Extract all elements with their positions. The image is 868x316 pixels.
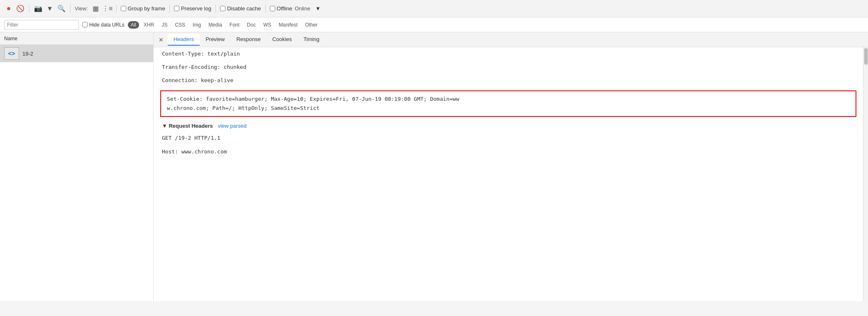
request-headers-label: ▼ Request Headers bbox=[162, 123, 213, 129]
separator-1 bbox=[29, 5, 29, 13]
set-cookie-box: Set-Cookie: favorite=hamburger; Max-Age=… bbox=[160, 90, 856, 117]
transfer-encoding-line: Transfer-Encoding: chunked bbox=[154, 61, 863, 74]
offline-label: Offline bbox=[277, 5, 292, 12]
main-layout: Name <> 19-2 ✕ Headers Preview Response … bbox=[0, 32, 868, 301]
preserve-log-toggle[interactable]: Preserve log bbox=[174, 5, 211, 12]
separator-6 bbox=[265, 5, 266, 13]
tab-doc[interactable]: Doc bbox=[244, 21, 259, 29]
hide-data-urls-checkbox[interactable] bbox=[82, 22, 88, 27]
tab-js[interactable]: JS bbox=[159, 21, 170, 29]
tab-manifest[interactable]: Manifest bbox=[276, 21, 301, 29]
host-line: Host: www.chrono.com bbox=[154, 145, 863, 158]
tab-all[interactable]: All bbox=[128, 21, 139, 29]
group-by-frame-toggle[interactable]: Group by frame bbox=[121, 5, 165, 12]
network-dropdown[interactable]: ▼ bbox=[315, 5, 320, 12]
request-method-line: GET /19-2 HTTP/1.1 bbox=[154, 131, 863, 145]
hide-data-urls-label: Hide data URLs bbox=[89, 22, 125, 28]
group-by-frame-checkbox[interactable] bbox=[121, 6, 126, 11]
offline-toggle[interactable]: Offline bbox=[270, 5, 292, 12]
view-parsed-link[interactable]: view parsed bbox=[218, 123, 247, 129]
filter-bar: Hide data URLs All XHR JS CSS Img Media … bbox=[0, 17, 868, 32]
close-tab-button[interactable]: ✕ bbox=[156, 35, 166, 45]
tab-response[interactable]: Response bbox=[230, 34, 267, 46]
disable-cache-checkbox[interactable] bbox=[220, 6, 225, 11]
clear-icon[interactable]: 🚫 bbox=[16, 4, 25, 13]
tab-ws[interactable]: WS bbox=[260, 21, 274, 29]
headers-content: Content-Type: text/plain Transfer-Encodi… bbox=[154, 47, 863, 301]
left-panel: Name <> 19-2 bbox=[0, 32, 154, 301]
tree-view-icon[interactable]: ⋮≡ bbox=[103, 4, 112, 13]
separator-5 bbox=[215, 5, 216, 13]
connection-line: Connection: keep-alive bbox=[154, 74, 863, 87]
set-cookie-line-1: Set-Cookie: favorite=hamburger; Max-Age=… bbox=[167, 95, 850, 104]
tab-preview[interactable]: Preview bbox=[200, 34, 230, 46]
view-label: View: bbox=[75, 5, 88, 12]
separator-3 bbox=[116, 5, 117, 13]
request-headers-section: ▼ Request Headers view parsed bbox=[154, 120, 863, 131]
preserve-log-label: Preserve log bbox=[181, 5, 211, 12]
toolbar: ● 🚫 📷 ▼ 🔍 View: ▦ ⋮≡ Group by frame Pres… bbox=[0, 0, 868, 17]
item-thumbnail: <> bbox=[4, 47, 19, 60]
camera-icon[interactable]: 📷 bbox=[34, 4, 43, 13]
separator-4 bbox=[169, 5, 170, 13]
scrollbar-thumb[interactable] bbox=[864, 48, 868, 65]
offline-checkbox[interactable] bbox=[270, 6, 275, 11]
search-icon[interactable]: 🔍 bbox=[57, 4, 66, 13]
tab-media[interactable]: Media bbox=[205, 21, 225, 29]
preserve-log-checkbox[interactable] bbox=[174, 6, 179, 11]
separator-2 bbox=[70, 5, 71, 13]
disable-cache-toggle[interactable]: Disable cache bbox=[220, 5, 261, 12]
set-cookie-line-2: w.chrono.com; Path=/; HttpOnly; SameSite… bbox=[167, 104, 850, 113]
resource-type-tabs: All XHR JS CSS Img Media Font Doc WS Man… bbox=[128, 21, 320, 29]
group-by-frame-label: Group by frame bbox=[128, 5, 165, 12]
tab-xhr[interactable]: XHR bbox=[141, 21, 157, 29]
name-column-header: Name bbox=[0, 32, 153, 45]
tab-css[interactable]: CSS bbox=[172, 21, 188, 29]
filter-input[interactable] bbox=[4, 20, 79, 30]
item-name: 19-2 bbox=[22, 51, 33, 57]
tab-other[interactable]: Other bbox=[302, 21, 320, 29]
right-panel: ✕ Headers Preview Response Cookies Timin… bbox=[154, 32, 868, 301]
grid-view-icon[interactable]: ▦ bbox=[91, 4, 100, 13]
hide-data-urls-toggle[interactable]: Hide data URLs bbox=[82, 22, 125, 28]
tab-font[interactable]: Font bbox=[227, 21, 242, 29]
tab-headers[interactable]: Headers bbox=[168, 34, 200, 46]
record-icon[interactable]: ● bbox=[4, 4, 13, 13]
tab-timing[interactable]: Timing bbox=[298, 34, 325, 46]
detail-tabs-row: ✕ Headers Preview Response Cookies Timin… bbox=[154, 32, 868, 47]
online-label: Online bbox=[295, 5, 311, 12]
content-type-line: Content-Type: text/plain bbox=[154, 47, 863, 61]
html-icon: <> bbox=[8, 50, 15, 57]
tab-cookies[interactable]: Cookies bbox=[267, 34, 298, 46]
tab-img[interactable]: Img bbox=[190, 21, 204, 29]
list-item[interactable]: <> 19-2 bbox=[0, 45, 153, 62]
scrollbar[interactable] bbox=[863, 47, 868, 301]
filter-icon[interactable]: ▼ bbox=[45, 4, 54, 13]
disable-cache-label: Disable cache bbox=[227, 5, 261, 12]
